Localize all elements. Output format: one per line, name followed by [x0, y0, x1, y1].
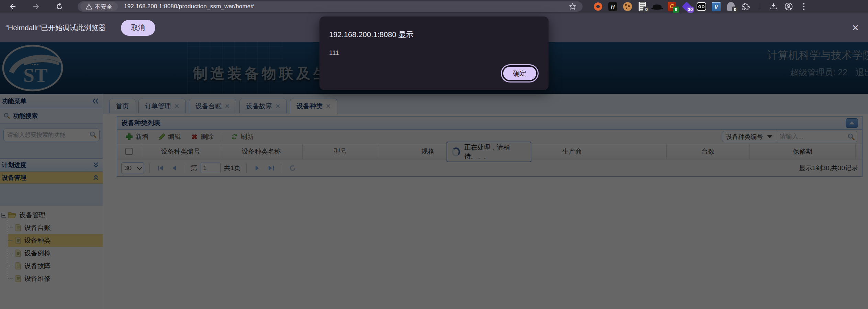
extension-badge: 9	[673, 7, 679, 13]
forward-icon[interactable]	[31, 1, 41, 12]
security-chip[interactable]: 不安全	[80, 2, 118, 11]
extension-ghost-icon[interactable]: 0	[726, 1, 736, 12]
alert-ok-button[interactable]: 确定	[502, 65, 538, 81]
screen: 不安全 192.168.200.1:8080/production_ssm_wa…	[0, 0, 868, 309]
extension-hat-icon[interactable]	[652, 1, 662, 12]
extensions-puzzle-icon[interactable]	[741, 1, 751, 12]
address-bar[interactable]: 不安全 192.168.200.1:8080/production_ssm_wa…	[78, 1, 583, 12]
warning-icon	[86, 4, 92, 10]
extension-red-card-icon[interactable]: C 9	[667, 1, 677, 12]
url-text[interactable]: 192.168.200.1:8080/production_ssm_war/ho…	[124, 3, 254, 10]
extension-v-icon[interactable]: V	[711, 1, 721, 12]
extension-badge: 30	[687, 7, 694, 13]
menu-kebab-icon[interactable]	[798, 1, 810, 12]
extension-gem-icon[interactable]: 30	[681, 1, 692, 12]
reload-icon[interactable]	[54, 1, 65, 12]
extensions-strip: H 0 C 9 30 V 0	[593, 1, 751, 12]
bookmark-star-icon[interactable]	[569, 3, 576, 10]
alert-title: 192.168.200.1:8080 显示	[329, 30, 538, 40]
extension-h-icon[interactable]: H	[608, 1, 618, 12]
back-icon[interactable]	[8, 1, 18, 12]
browser-toolbar: 不安全 192.168.200.1:8080/production_ssm_wa…	[0, 0, 868, 13]
alert-message: 111	[329, 49, 538, 57]
infobar-message: “Heimdallr”已开始调试此浏览器	[5, 23, 106, 33]
profile-icon[interactable]	[783, 1, 794, 12]
extension-badge: 0	[732, 7, 738, 13]
extension-orange-ring-icon[interactable]	[593, 1, 603, 12]
extension-badge: 0	[643, 7, 650, 13]
infobar-close-icon[interactable]: ✕	[852, 23, 859, 32]
toolbar-separator	[760, 3, 760, 10]
extension-card-icon[interactable]: 0	[637, 1, 647, 12]
downloads-icon[interactable]	[768, 1, 779, 12]
extension-goggles-icon[interactable]	[696, 1, 707, 12]
security-label: 不安全	[95, 3, 112, 11]
infobar-cancel-button[interactable]: 取消	[121, 20, 155, 36]
js-alert-dialog: 192.168.200.1:8080 显示 111 确定	[319, 16, 549, 90]
extension-cookie-icon[interactable]	[622, 1, 633, 12]
